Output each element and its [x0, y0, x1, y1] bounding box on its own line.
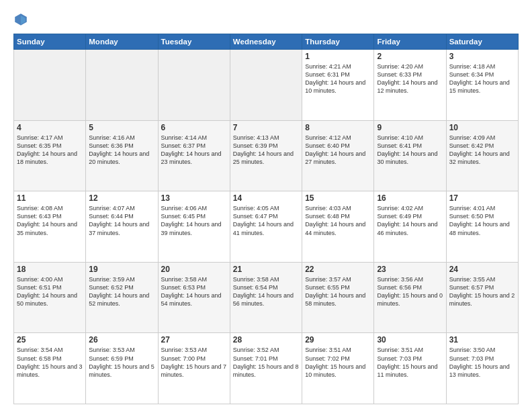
calendar-cell: 21Sunrise: 3:58 AM Sunset: 6:54 PM Dayli… [230, 262, 302, 333]
day-detail: Sunrise: 4:17 AM Sunset: 6:35 PM Dayligh… [17, 134, 83, 167]
day-detail: Sunrise: 3:57 AM Sunset: 6:55 PM Dayligh… [305, 275, 371, 308]
weekday-header-sunday: Sunday [14, 34, 86, 50]
day-number: 11 [17, 193, 83, 203]
weekday-header-saturday: Saturday [446, 34, 518, 50]
day-number: 4 [17, 123, 83, 132]
calendar-cell: 30Sunrise: 3:51 AM Sunset: 7:03 PM Dayli… [374, 333, 446, 404]
calendar-cell [14, 50, 86, 121]
calendar-cell: 17Sunrise: 4:01 AM Sunset: 6:50 PM Dayli… [446, 191, 518, 263]
day-number: 7 [233, 123, 299, 132]
day-number: 9 [377, 123, 443, 132]
day-detail: Sunrise: 4:06 AM Sunset: 6:45 PM Dayligh… [161, 204, 227, 237]
day-number: 12 [89, 193, 154, 203]
day-detail: Sunrise: 4:21 AM Sunset: 6:31 PM Dayligh… [305, 62, 371, 95]
day-detail: Sunrise: 4:16 AM Sunset: 6:36 PM Dayligh… [89, 134, 154, 167]
weekday-header-row: SundayMondayTuesdayWednesdayThursdayFrid… [14, 34, 519, 50]
calendar-cell: 12Sunrise: 4:07 AM Sunset: 6:44 PM Dayli… [86, 191, 158, 263]
day-number: 24 [449, 265, 515, 274]
day-detail: Sunrise: 4:14 AM Sunset: 6:37 PM Dayligh… [161, 134, 227, 167]
day-number: 2 [377, 52, 443, 61]
day-number: 15 [305, 193, 371, 203]
day-number: 16 [377, 193, 443, 203]
logo [13, 12, 31, 27]
calendar-cell [86, 50, 158, 121]
weekday-header-thursday: Thursday [302, 34, 374, 50]
day-detail: Sunrise: 3:58 AM Sunset: 6:54 PM Dayligh… [233, 275, 299, 308]
day-detail: Sunrise: 3:50 AM Sunset: 7:03 PM Dayligh… [449, 346, 515, 379]
day-number: 30 [377, 335, 443, 345]
calendar-cell: 24Sunrise: 3:55 AM Sunset: 6:57 PM Dayli… [446, 262, 518, 333]
calendar-cell: 31Sunrise: 3:50 AM Sunset: 7:03 PM Dayli… [446, 333, 518, 404]
day-detail: Sunrise: 3:53 AM Sunset: 6:59 PM Dayligh… [89, 346, 154, 379]
day-detail: Sunrise: 4:03 AM Sunset: 6:48 PM Dayligh… [305, 204, 371, 237]
calendar-week-3: 11Sunrise: 4:08 AM Sunset: 6:43 PM Dayli… [14, 191, 519, 263]
calendar-cell: 20Sunrise: 3:58 AM Sunset: 6:53 PM Dayli… [158, 262, 230, 333]
weekday-header-wednesday: Wednesday [230, 34, 302, 50]
day-detail: Sunrise: 3:53 AM Sunset: 7:00 PM Dayligh… [161, 346, 227, 379]
day-detail: Sunrise: 3:54 AM Sunset: 6:58 PM Dayligh… [17, 346, 83, 379]
calendar-cell: 16Sunrise: 4:02 AM Sunset: 6:49 PM Dayli… [374, 191, 446, 263]
day-detail: Sunrise: 4:18 AM Sunset: 6:34 PM Dayligh… [449, 62, 515, 95]
calendar-cell: 9Sunrise: 4:10 AM Sunset: 6:41 PM Daylig… [374, 120, 446, 191]
day-number: 8 [305, 123, 371, 132]
calendar-cell: 29Sunrise: 3:51 AM Sunset: 7:02 PM Dayli… [302, 333, 374, 404]
calendar-cell: 22Sunrise: 3:57 AM Sunset: 6:55 PM Dayli… [302, 262, 374, 333]
day-number: 13 [161, 193, 227, 203]
calendar-cell [158, 50, 230, 121]
calendar-cell: 18Sunrise: 4:00 AM Sunset: 6:51 PM Dayli… [14, 262, 86, 333]
day-detail: Sunrise: 3:51 AM Sunset: 7:02 PM Dayligh… [305, 346, 371, 379]
calendar-week-4: 18Sunrise: 4:00 AM Sunset: 6:51 PM Dayli… [14, 262, 519, 333]
day-number: 28 [233, 335, 299, 345]
day-detail: Sunrise: 4:08 AM Sunset: 6:43 PM Dayligh… [17, 204, 83, 237]
calendar-week-2: 4Sunrise: 4:17 AM Sunset: 6:35 PM Daylig… [14, 120, 519, 191]
weekday-header-tuesday: Tuesday [158, 34, 230, 50]
calendar-cell: 19Sunrise: 3:59 AM Sunset: 6:52 PM Dayli… [86, 262, 158, 333]
calendar-cell: 3Sunrise: 4:18 AM Sunset: 6:34 PM Daylig… [446, 50, 518, 121]
calendar-cell: 26Sunrise: 3:53 AM Sunset: 6:59 PM Dayli… [86, 333, 158, 404]
calendar-cell: 2Sunrise: 4:20 AM Sunset: 6:33 PM Daylig… [374, 50, 446, 121]
day-number: 1 [305, 52, 371, 61]
calendar-cell: 25Sunrise: 3:54 AM Sunset: 6:58 PM Dayli… [14, 333, 86, 404]
day-detail: Sunrise: 4:01 AM Sunset: 6:50 PM Dayligh… [449, 204, 515, 237]
day-detail: Sunrise: 3:51 AM Sunset: 7:03 PM Dayligh… [377, 346, 443, 379]
day-detail: Sunrise: 4:10 AM Sunset: 6:41 PM Dayligh… [377, 134, 443, 167]
day-detail: Sunrise: 4:07 AM Sunset: 6:44 PM Dayligh… [89, 204, 154, 237]
day-detail: Sunrise: 3:59 AM Sunset: 6:52 PM Dayligh… [89, 275, 154, 308]
calendar-cell: 10Sunrise: 4:09 AM Sunset: 6:42 PM Dayli… [446, 120, 518, 191]
calendar-cell: 8Sunrise: 4:12 AM Sunset: 6:40 PM Daylig… [302, 120, 374, 191]
calendar-cell: 11Sunrise: 4:08 AM Sunset: 6:43 PM Dayli… [14, 191, 86, 263]
calendar-cell: 14Sunrise: 4:05 AM Sunset: 6:47 PM Dayli… [230, 191, 302, 263]
calendar-cell: 13Sunrise: 4:06 AM Sunset: 6:45 PM Dayli… [158, 191, 230, 263]
day-detail: Sunrise: 4:12 AM Sunset: 6:40 PM Dayligh… [305, 134, 371, 167]
calendar-cell: 27Sunrise: 3:53 AM Sunset: 7:00 PM Dayli… [158, 333, 230, 404]
day-number: 29 [305, 335, 371, 345]
calendar-cell: 5Sunrise: 4:16 AM Sunset: 6:36 PM Daylig… [86, 120, 158, 191]
day-detail: Sunrise: 3:58 AM Sunset: 6:53 PM Dayligh… [161, 275, 227, 308]
day-number: 26 [89, 335, 154, 345]
day-number: 3 [449, 52, 515, 61]
day-number: 19 [89, 265, 154, 274]
day-number: 23 [377, 265, 443, 274]
calendar-cell: 28Sunrise: 3:52 AM Sunset: 7:01 PM Dayli… [230, 333, 302, 404]
day-number: 27 [161, 335, 227, 345]
day-number: 18 [17, 265, 83, 274]
day-number: 5 [89, 123, 154, 132]
weekday-header-monday: Monday [86, 34, 158, 50]
day-detail: Sunrise: 4:00 AM Sunset: 6:51 PM Dayligh… [17, 275, 83, 308]
day-detail: Sunrise: 3:56 AM Sunset: 6:56 PM Dayligh… [377, 275, 443, 308]
calendar-week-5: 25Sunrise: 3:54 AM Sunset: 6:58 PM Dayli… [14, 333, 519, 404]
day-number: 21 [233, 265, 299, 274]
day-number: 17 [449, 193, 515, 203]
day-number: 10 [449, 123, 515, 132]
day-number: 14 [233, 193, 299, 203]
weekday-header-friday: Friday [374, 34, 446, 50]
calendar-cell: 15Sunrise: 4:03 AM Sunset: 6:48 PM Dayli… [302, 191, 374, 263]
calendar-cell [230, 50, 302, 121]
day-detail: Sunrise: 3:52 AM Sunset: 7:01 PM Dayligh… [233, 346, 299, 379]
day-number: 20 [161, 265, 227, 274]
day-number: 6 [161, 123, 227, 132]
calendar-cell: 6Sunrise: 4:14 AM Sunset: 6:37 PM Daylig… [158, 120, 230, 191]
calendar-cell: 7Sunrise: 4:13 AM Sunset: 6:39 PM Daylig… [230, 120, 302, 191]
logo-icon [13, 12, 28, 27]
day-number: 25 [17, 335, 83, 345]
